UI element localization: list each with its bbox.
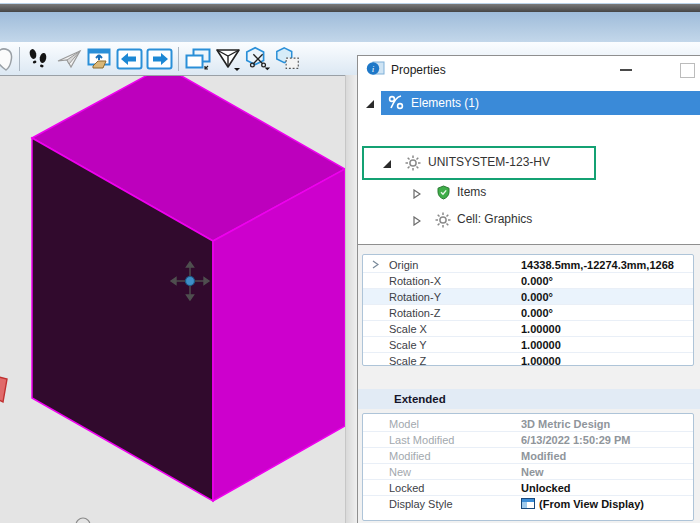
property-value[interactable]: 0.000°: [521, 291, 693, 303]
view-cube-icon[interactable]: [214, 45, 242, 73]
collapsed-arrow-icon[interactable]: [413, 188, 421, 202]
properties-window: i Properties Elements (1): [357, 55, 700, 523]
property-label: Origin: [389, 259, 521, 271]
property-value: 3D Metric Design: [521, 418, 693, 430]
tree-item-label: Items: [457, 185, 486, 199]
property-label: Model: [389, 418, 521, 430]
clipped-shape-icon[interactable]: [0, 45, 14, 73]
extended-section-header[interactable]: Extended: [358, 389, 700, 409]
property-label: Rotation-Y: [389, 291, 521, 303]
property-label: Scale X: [389, 323, 521, 335]
property-value[interactable]: 1.00000: [521, 323, 693, 335]
property-value: Modified: [521, 450, 693, 462]
property-label: Rotation-X: [389, 275, 521, 287]
row-expander-icon[interactable]: [363, 260, 389, 269]
tree-item-unitsystem[interactable]: UNITSYSTEM-123-HV: [358, 151, 700, 175]
footprints-icon[interactable]: [25, 45, 53, 73]
tree-item-label: Elements (1): [411, 96, 479, 110]
property-label: Scale Z: [389, 355, 521, 367]
tree-item-elements[interactable]: Elements (1): [358, 91, 700, 115]
property-row[interactable]: New New: [363, 464, 693, 480]
ribbon-band: [0, 12, 700, 42]
property-value[interactable]: 0.000°: [521, 275, 693, 287]
items-shield-icon: [436, 185, 451, 203]
tree-item-items[interactable]: Items: [358, 183, 700, 203]
property-row[interactable]: Scale Y 1.00000: [363, 337, 693, 353]
property-value[interactable]: Unlocked: [521, 482, 693, 494]
cell-sun-icon: [404, 154, 422, 175]
clip-volume-icon[interactable]: [244, 45, 272, 73]
toolbar-separator: [19, 47, 20, 71]
property-value[interactable]: 1.00000: [521, 339, 693, 351]
tree-item-cell-graphics[interactable]: Cell: Graphics: [358, 210, 700, 230]
properties-title-bar[interactable]: i Properties: [358, 56, 700, 85]
snap-circle: [76, 518, 90, 523]
property-label: Last Modified: [389, 434, 521, 446]
property-label: New: [389, 466, 521, 478]
property-row[interactable]: Scale Z 1.00000: [363, 353, 693, 368]
property-row[interactable]: Last Modified 6/13/2022 1:50:29 PM: [363, 432, 693, 448]
property-label: Scale Y: [389, 339, 521, 351]
tree-item-label: Cell: Graphics: [457, 212, 532, 226]
next-icon[interactable]: [145, 45, 173, 73]
display-style-icon: [521, 498, 535, 509]
property-row[interactable]: Locked Unlocked: [363, 480, 693, 496]
toolbar-separator: [178, 47, 179, 71]
clip-mask-icon[interactable]: [274, 45, 302, 73]
section-title: Extended: [394, 393, 446, 405]
cell-sun-icon: [434, 211, 452, 232]
property-row[interactable]: Model 3D Metric Design: [363, 416, 693, 432]
property-row[interactable]: Rotation-X 0.000°: [363, 273, 693, 289]
3d-viewport: [0, 75, 345, 523]
element-tree: Elements (1) UNITSYSTEM-123-HV: [358, 84, 700, 245]
property-value[interactable]: 1.00000: [521, 355, 693, 367]
property-label: Display Style: [389, 498, 521, 510]
property-label: Rotation-Z: [389, 307, 521, 319]
window-title: Properties: [391, 63, 446, 77]
property-value[interactable]: 0.000°: [521, 307, 693, 319]
collapsed-arrow-icon[interactable]: [413, 215, 421, 229]
app-title-bar: [0, 4, 700, 12]
property-row[interactable]: Scale X 1.00000: [363, 321, 693, 337]
property-value: New: [521, 466, 693, 478]
previous-icon[interactable]: [115, 45, 143, 73]
property-row-display-style[interactable]: Display Style (From View Display): [363, 496, 693, 511]
paper-plane-icon[interactable]: [55, 45, 83, 73]
apply-to-window-icon[interactable]: [85, 45, 113, 73]
property-label: Locked: [389, 482, 521, 494]
elements-icon: [388, 95, 405, 113]
property-value[interactable]: (From View Display): [521, 498, 693, 510]
expanded-arrow-icon[interactable]: [382, 158, 392, 172]
property-row[interactable]: Rotation-Y 0.000°: [363, 289, 693, 305]
maximize-button[interactable]: [680, 63, 695, 78]
property-row[interactable]: Rotation-Z 0.000°: [363, 305, 693, 321]
extended-property-grid: Model 3D Metric Design Last Modified 6/1…: [362, 413, 694, 521]
transform-property-grid: Origin 14338.5mm,-12274.3mm,1268 Rotatio…: [362, 254, 694, 366]
expanded-arrow-icon[interactable]: [365, 98, 375, 112]
property-value[interactable]: 14338.5mm,-12274.3mm,1268: [521, 259, 693, 271]
window-copy-icon[interactable]: [184, 45, 212, 73]
property-value: 6/13/2022 1:50:29 PM: [521, 434, 693, 446]
minimize-button[interactable]: [620, 69, 632, 71]
edge-marker: [0, 377, 7, 402]
property-row[interactable]: Modified Modified: [363, 448, 693, 464]
properties-icon: i: [366, 60, 385, 81]
element-box[interactable]: [32, 75, 345, 501]
property-label: Modified: [389, 450, 521, 462]
property-row-origin[interactable]: Origin 14338.5mm,-12274.3mm,1268: [363, 257, 693, 273]
tree-item-label: UNITSYSTEM-123-HV: [428, 155, 550, 169]
